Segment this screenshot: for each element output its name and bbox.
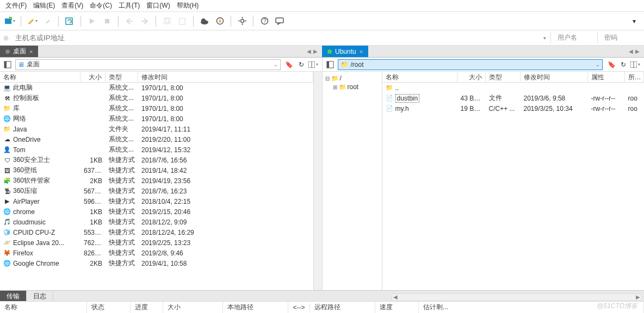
- file-row[interactable]: 🎵cloudmusic1KB快捷方式2018/12/2, 9:09: [0, 217, 313, 227]
- file-row[interactable]: 📄dustbin43 Bytes文件2019/3/6, 9:58-rw-r--r…: [382, 93, 645, 103]
- path-dropdown[interactable]: ⌄: [596, 62, 600, 67]
- new-session-button[interactable]: +: [4, 16, 15, 27]
- file-row[interactable]: 📁..: [382, 83, 645, 93]
- back-button[interactable]: [124, 16, 135, 27]
- tab-prev[interactable]: ◀: [307, 48, 311, 54]
- left-path-text: 桌面: [27, 60, 40, 69]
- menu-command[interactable]: 命令(C): [88, 0, 114, 11]
- reload-button[interactable]: ↻: [296, 59, 307, 70]
- stop-button[interactable]: [102, 16, 113, 27]
- svg-text:+: +: [10, 17, 12, 20]
- forward-button[interactable]: [139, 16, 150, 27]
- tree-child[interactable]: ⊞📁root: [324, 83, 381, 91]
- svg-rect-26: [327, 61, 329, 68]
- left-scrollbar[interactable]: [313, 72, 322, 290]
- tab-log[interactable]: 日志: [27, 291, 53, 301]
- col-size[interactable]: 大小: [457, 72, 486, 82]
- file-row[interactable]: 🪐Eclipse Java 20...762 By...快捷方式2019/2/2…: [0, 237, 313, 248]
- toolbar-overflow[interactable]: ▾: [629, 16, 640, 27]
- col-type[interactable]: 类型: [106, 72, 138, 82]
- file-row[interactable]: 🖼360壁纸637 By...快捷方式2019/1/4, 18:42: [0, 165, 313, 176]
- tree-root[interactable]: ⊟📁/: [324, 74, 381, 83]
- file-row[interactable]: 📄my.h19 BytesC/C++ ...2019/3/25, 10:34-r…: [382, 103, 645, 114]
- file-row[interactable]: 🗜360压缩567 By...快捷方式2018/7/6, 16:23: [0, 186, 313, 196]
- left-columns: 名称 大小 类型 修改时间: [0, 72, 313, 83]
- menu-window[interactable]: 窗口(W): [144, 0, 172, 11]
- scol-name[interactable]: 名称: [0, 302, 87, 313]
- col-size[interactable]: 大小: [81, 72, 106, 82]
- file-row[interactable]: 🦊Firefox826 By...快捷方式2019/2/8, 9:46: [0, 248, 313, 258]
- file-row[interactable]: ▶AirPlayer596 By...快捷方式2018/10/4, 22:15: [0, 196, 313, 206]
- play-button[interactable]: [86, 16, 97, 27]
- col-mtime[interactable]: 修改时间: [521, 72, 588, 82]
- brush-button[interactable]: [42, 16, 53, 27]
- file-row[interactable]: 🌐chrome1KB快捷方式2019/2/15, 20:46: [0, 206, 313, 217]
- user-field[interactable]: 用户名: [550, 32, 594, 43]
- col-name[interactable]: 名称: [0, 72, 81, 82]
- file-row[interactable]: 🧊CPUID CPU-Z553 By...快捷方式2018/12/24, 16:…: [0, 227, 313, 237]
- svg-rect-8: [179, 18, 185, 24]
- tab-next[interactable]: ▶: [635, 48, 640, 54]
- file-row[interactable]: 💻此电脑系统文...1970/1/1, 8:00: [0, 83, 313, 93]
- pane-toggle-icon[interactable]: [3, 60, 12, 69]
- pass-field[interactable]: 密码: [597, 32, 641, 43]
- refresh-button[interactable]: [64, 16, 75, 27]
- file-row[interactable]: 👤Tom系统文...2019/4/12, 15:32: [0, 145, 313, 155]
- tab-label: 桌面: [13, 47, 26, 56]
- help-button[interactable]: ?: [259, 16, 270, 27]
- file-row[interactable]: 🧩360软件管家2KB快捷方式2019/4/19, 23:56: [0, 176, 313, 186]
- chat-button[interactable]: [274, 16, 285, 27]
- file-row[interactable]: 🛡360安全卫士1KB快捷方式2018/7/6, 16:56: [0, 155, 313, 165]
- bookmark-button[interactable]: 🔖: [284, 59, 295, 70]
- right-columns: 名称 大小 类型 修改时间 属性 所有: [382, 72, 645, 83]
- col-owner[interactable]: 所有: [625, 72, 645, 82]
- settings-button[interactable]: [237, 16, 247, 27]
- compass-button[interactable]: [214, 16, 225, 27]
- cloud-button[interactable]: [199, 16, 210, 27]
- reload-button[interactable]: ↻: [618, 59, 629, 70]
- col-type[interactable]: 类型: [486, 72, 521, 82]
- file-row[interactable]: ☁OneDrive系统文...2019/2/20, 11:00: [0, 134, 313, 145]
- left-path-field[interactable]: 🖥 桌面 ⌄: [15, 59, 281, 70]
- tab-status-icon: [5, 49, 10, 54]
- tab-prev[interactable]: ◀: [629, 48, 633, 54]
- path-dropdown[interactable]: ⌄: [274, 62, 278, 67]
- tab-desktop[interactable]: 桌面 ×: [0, 46, 38, 57]
- tab-ubuntu[interactable]: Ubuntu ×: [322, 46, 368, 57]
- file-row[interactable]: 🌐Google Chrome2KB快捷方式2019/4/1, 10:58: [0, 258, 313, 268]
- host-dropdown[interactable]: ▾: [543, 35, 546, 41]
- layout-button[interactable]: [630, 59, 641, 70]
- menu-edit[interactable]: 编辑(E): [31, 0, 57, 11]
- bookmark-button[interactable]: 🔖: [606, 59, 617, 70]
- layout-button[interactable]: [308, 59, 319, 70]
- file-row[interactable]: 🌐网络系统文...1970/1/1, 8:00: [0, 114, 313, 124]
- edit-button[interactable]: [27, 16, 38, 27]
- col-name[interactable]: 名称: [382, 72, 457, 82]
- menu-view[interactable]: 查看(V): [59, 0, 85, 11]
- menu-help[interactable]: 帮助(H): [175, 0, 201, 11]
- file-row[interactable]: 📁库系统文...1970/1/1, 8:00: [0, 103, 313, 114]
- svg-marker-12: [219, 18, 221, 22]
- scol-localpath[interactable]: 本地路径: [223, 302, 288, 313]
- host-input[interactable]: [13, 33, 539, 43]
- file-row[interactable]: 🛠控制面板系统文...1970/1/1, 8:00: [0, 93, 313, 103]
- copy-button[interactable]: [162, 16, 172, 27]
- scol-size[interactable]: 大小: [163, 302, 223, 313]
- tab-close[interactable]: ×: [360, 48, 363, 55]
- file-row[interactable]: 📁Java文件夹2019/4/17, 11:11: [0, 124, 313, 134]
- scol-speed[interactable]: 速度: [375, 302, 419, 313]
- paste-button[interactable]: [177, 16, 188, 27]
- menu-tools[interactable]: 工具(T): [116, 0, 142, 11]
- right-path-field[interactable]: 📁 /root ⌄: [338, 59, 603, 70]
- pane-toggle-icon[interactable]: [326, 60, 335, 69]
- right-path-text: /root: [351, 61, 364, 68]
- scol-status[interactable]: 状态: [87, 302, 131, 313]
- col-mtime[interactable]: 修改时间: [138, 72, 313, 82]
- scol-remotepath[interactable]: 远程路径: [310, 302, 375, 313]
- tab-transfer[interactable]: 传输: [0, 291, 27, 301]
- menu-file[interactable]: 文件(F): [3, 0, 29, 11]
- scol-progress[interactable]: 进度: [131, 302, 163, 313]
- tab-next[interactable]: ▶: [313, 48, 318, 54]
- col-attr[interactable]: 属性: [588, 72, 625, 82]
- tab-close[interactable]: ×: [29, 48, 33, 55]
